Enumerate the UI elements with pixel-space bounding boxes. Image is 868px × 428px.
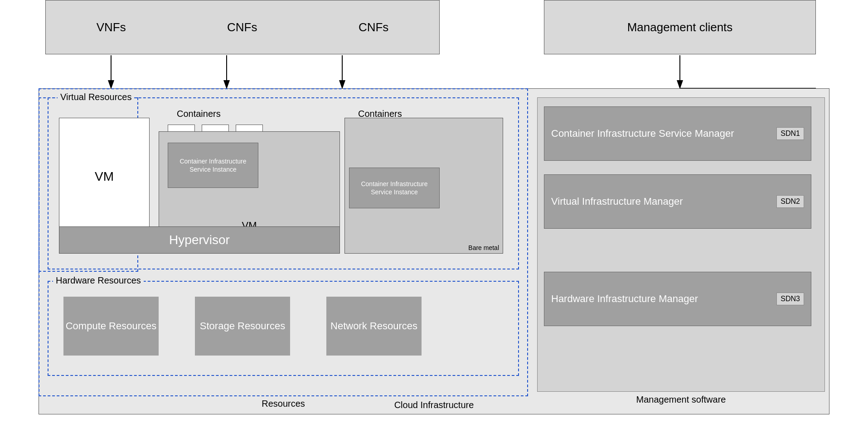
cism-label: Container Infrastructure Service Manager: [551, 127, 776, 140]
vm-box: VM: [59, 118, 150, 236]
him-box: Hardware Infrastructure Manager SDN3: [544, 272, 811, 326]
storage-box: Storage Resources: [195, 297, 290, 356]
vnf-label: VNFs: [97, 20, 126, 34]
sdn3-badge: SDN3: [776, 293, 804, 305]
mgmt-clients-box: Management clients: [544, 0, 816, 54]
cisi-label-inner: Container Infrastructure Service Instanc…: [170, 157, 256, 173]
mgmt-software-label: Management software: [538, 394, 824, 405]
hardware-resources-label: Hardware Resources: [53, 275, 144, 286]
cisi-box-inner: Container Infrastructure Service Instanc…: [168, 143, 258, 188]
network-label: Network Resources: [330, 320, 417, 333]
compute-label: Compute Resources: [66, 320, 157, 333]
cnf2-label: CNFs: [359, 20, 388, 34]
hypervisor-label: Hypervisor: [169, 233, 230, 247]
vnf-cnf-box: VNFs CNFs CNFs: [45, 0, 440, 54]
sdn1-badge: SDN1: [776, 127, 804, 140]
bare-metal-label: Bare metal: [468, 244, 499, 251]
cism-box: Container Infrastructure Service Manager…: [544, 106, 811, 161]
hypervisor-box: Hypervisor: [59, 226, 340, 254]
vm-label: VM: [95, 169, 114, 184]
sdn2-badge: SDN2: [776, 195, 804, 208]
him-label: Hardware Infrastructure Manager: [551, 293, 776, 306]
diagram-container: VNFs CNFs CNFs Management clients Cloud …: [0, 0, 868, 428]
resources-label: Resources: [39, 399, 527, 409]
vim-box: Virtual Infrastructure Manager SDN2: [544, 174, 811, 229]
compute-box: Compute Resources: [63, 297, 159, 356]
cnf1-label: CNFs: [227, 20, 257, 34]
mgmt-clients-label: Management clients: [627, 20, 733, 34]
vim-label: Virtual Infrastructure Manager: [551, 195, 776, 208]
cisi-box-bare: Container Infrastructure Service Instanc…: [349, 168, 440, 208]
storage-label: Storage Resources: [200, 320, 285, 333]
network-box: Network Resources: [326, 297, 422, 356]
cisi-label-bare: Container Infrastructure Service Instanc…: [352, 180, 437, 196]
